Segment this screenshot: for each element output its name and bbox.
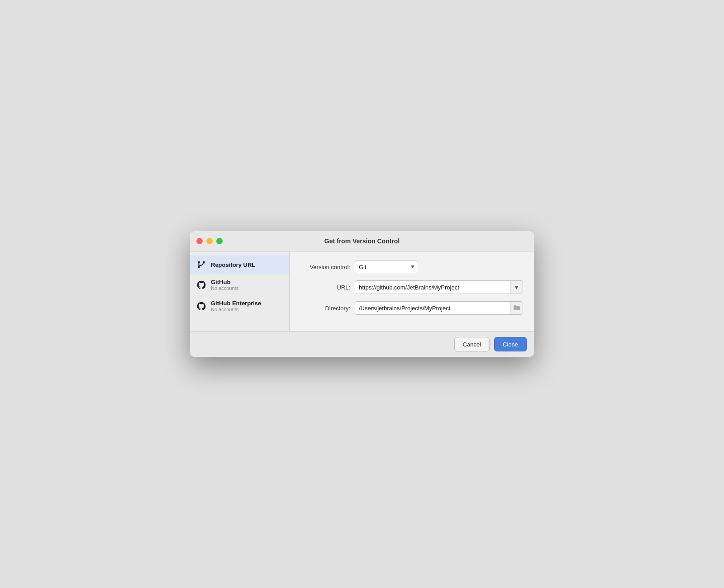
dialog-title: Get from Version Control bbox=[324, 237, 400, 245]
get-from-vcs-dialog: Get from Version Control Repository URL bbox=[190, 231, 534, 357]
directory-row: Directory: bbox=[300, 301, 523, 315]
clone-button[interactable]: Clone bbox=[494, 337, 527, 351]
github-enterprise-subtitle: No accounts bbox=[211, 307, 261, 312]
minimize-button[interactable] bbox=[206, 238, 213, 244]
svg-point-2 bbox=[198, 266, 200, 268]
sidebar-item-github[interactable]: GitHub No accounts bbox=[190, 274, 289, 295]
repository-url-text: Repository URL bbox=[211, 261, 255, 268]
sidebar-item-repository-url[interactable]: Repository URL bbox=[190, 255, 289, 274]
directory-label: Directory: bbox=[300, 305, 350, 312]
title-bar: Get from Version Control bbox=[190, 231, 534, 251]
footer: Cancel Clone bbox=[190, 331, 534, 357]
main-content: Version control: Git Subversion Mercuria… bbox=[290, 251, 534, 331]
chevron-down-icon: ▾ bbox=[515, 284, 518, 291]
github-text: GitHub No accounts bbox=[211, 279, 238, 291]
url-input[interactable] bbox=[355, 281, 510, 294]
dialog-body: Repository URL GitHub No accounts bbox=[190, 251, 534, 331]
directory-input[interactable] bbox=[355, 302, 510, 314]
github-title: GitHub bbox=[211, 279, 238, 285]
github-enterprise-title: GitHub Enterprise bbox=[211, 300, 261, 307]
github-subtitle: No accounts bbox=[211, 285, 238, 291]
version-control-select-wrapper: Git Subversion Mercurial bbox=[355, 261, 418, 273]
version-control-row: Version control: Git Subversion Mercuria… bbox=[300, 261, 523, 273]
github-icon bbox=[196, 280, 206, 290]
github-enterprise-icon bbox=[196, 301, 206, 311]
repository-url-title: Repository URL bbox=[211, 261, 255, 268]
close-button[interactable] bbox=[196, 238, 203, 244]
window-controls bbox=[196, 238, 223, 244]
url-input-wrapper: ▾ bbox=[355, 280, 523, 294]
directory-input-wrapper bbox=[355, 301, 523, 315]
url-row: URL: ▾ bbox=[300, 280, 523, 294]
cancel-button[interactable]: Cancel bbox=[454, 337, 490, 351]
version-control-select[interactable]: Git Subversion Mercurial bbox=[355, 261, 418, 273]
version-control-label: Version control: bbox=[300, 264, 350, 270]
directory-browse-button[interactable] bbox=[510, 302, 523, 314]
folder-icon bbox=[513, 304, 520, 313]
sidebar: Repository URL GitHub No accounts bbox=[190, 251, 290, 331]
github-enterprise-text: GitHub Enterprise No accounts bbox=[211, 300, 261, 312]
url-dropdown-button[interactable]: ▾ bbox=[510, 281, 523, 294]
url-label: URL: bbox=[300, 284, 350, 291]
version-control-wrapper: Git Subversion Mercurial bbox=[355, 261, 523, 273]
git-icon bbox=[196, 260, 206, 270]
maximize-button[interactable] bbox=[216, 238, 223, 244]
sidebar-item-github-enterprise[interactable]: GitHub Enterprise No accounts bbox=[190, 295, 289, 317]
